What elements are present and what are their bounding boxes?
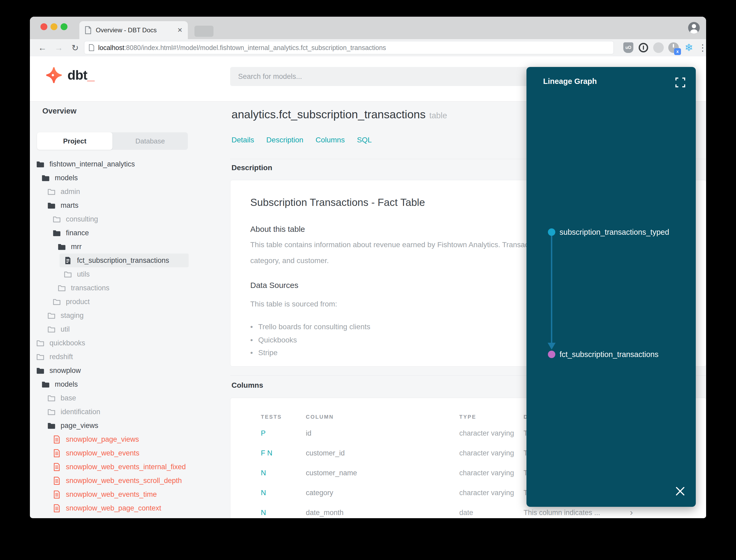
tab-close-icon[interactable]: ✕: [177, 26, 183, 34]
lineage-node-source[interactable]: [548, 228, 555, 236]
tree-label: page_views: [61, 422, 98, 430]
doc-sources-intro: This table is sourced from:: [250, 300, 337, 308]
tree-label: product: [66, 298, 90, 306]
new-tab-button[interactable]: [195, 26, 214, 37]
lineage-graph-panel: Lineage Graph subscription_transactions_…: [526, 67, 696, 507]
sidebar-item-snowplow_web_events_time[interactable]: snowplow_web_events_time: [30, 487, 226, 501]
lineage-node-label: subscription_transactions_typed: [559, 228, 669, 237]
sidebar-item-mrr[interactable]: mrr: [30, 240, 226, 254]
ublock-extension-icon[interactable]: uO: [622, 41, 635, 54]
sidebar-item-admin[interactable]: admin: [30, 185, 226, 198]
folder-icon: [64, 270, 72, 279]
folder-icon: [36, 353, 45, 361]
folder-icon: [36, 339, 45, 347]
sidebar-item-redshift[interactable]: redshift: [30, 350, 226, 364]
sidebar-item-snowplow-models[interactable]: models: [30, 377, 226, 391]
tree-label: staging: [61, 311, 84, 320]
column-cell: date_month: [306, 509, 344, 517]
sidebar-item-product[interactable]: product: [30, 295, 226, 309]
sidebar-item-models[interactable]: models: [30, 171, 226, 185]
sidebar-item-snowplow_web_events_scroll_depth[interactable]: snowplow_web_events_scroll_depth: [30, 474, 226, 487]
sidebar-item-snowplow[interactable]: snowplow: [30, 364, 226, 377]
tab-sql[interactable]: SQL: [357, 136, 372, 144]
tree-label: redshift: [49, 353, 73, 361]
folder-open-icon: [47, 421, 56, 430]
traffic-light-zoom[interactable]: [61, 23, 67, 30]
columns-section-label: Columns: [232, 381, 263, 390]
power-extension-icon[interactable]: x: [667, 41, 680, 54]
browser-tab[interactable]: Overview - DBT Docs ✕: [79, 21, 188, 39]
sidebar-item-staging[interactable]: staging: [30, 309, 226, 322]
dbt-logo[interactable]: dbt_: [46, 67, 95, 83]
doc-sources-heading: Data Sources: [250, 281, 299, 290]
description-section-label: Description: [232, 164, 272, 172]
source-list-item: Trello boards for consulting clients: [258, 323, 370, 331]
profile-avatar[interactable]: [688, 22, 700, 34]
tree-label: transactions: [71, 284, 110, 292]
reload-button[interactable]: ↻: [69, 39, 82, 56]
sidebar-item-identification[interactable]: identification: [30, 405, 226, 419]
back-button[interactable]: ←: [36, 39, 49, 56]
file-icon: [64, 256, 72, 265]
folder-icon: [47, 187, 56, 196]
forward-button[interactable]: →: [52, 39, 65, 56]
sidebar-item-base[interactable]: base: [30, 391, 226, 405]
sidebar-item-quickbooks[interactable]: quickbooks: [30, 336, 226, 350]
tab-database[interactable]: Database: [112, 132, 188, 150]
sidebar-item-fct_subscription_transactions[interactable]: fct_subscription_transactions: [60, 254, 189, 267]
folder-open-icon: [47, 201, 56, 210]
col-header-column: COLUMN: [306, 414, 334, 420]
tab-description[interactable]: Description: [267, 136, 304, 144]
browser-menu-icon[interactable]: ⋮: [696, 41, 706, 54]
sidebar-item-page_views[interactable]: page_views: [30, 419, 226, 432]
sidebar-item-marts[interactable]: marts: [30, 198, 226, 212]
folder-icon: [47, 394, 56, 403]
sidebar-item-snowplow_page_views[interactable]: snowplow_page_views: [30, 432, 226, 446]
dbt-logo-icon: [46, 67, 63, 83]
folder-open-icon: [36, 160, 45, 169]
source-list-item: Stripe: [258, 349, 278, 357]
sidebar-item-util[interactable]: util: [30, 322, 226, 336]
tree-label: snowplow_web_events_internal_fixed: [66, 463, 186, 471]
disabled-extension-icon[interactable]: [652, 41, 665, 54]
address-bar[interactable]: localhost:8080/index.html#!/model/model.…: [84, 41, 614, 54]
snowflake-extension-icon[interactable]: ❄: [683, 41, 695, 54]
sidebar-item-consulting[interactable]: consulting: [30, 212, 226, 226]
sidebar-item-snowplow_web_page_context[interactable]: snowplow_web_page_context: [30, 501, 226, 515]
sidebar-item-transactions[interactable]: transactions: [30, 281, 226, 295]
sidebar-item-utils[interactable]: utils: [30, 267, 226, 281]
close-icon[interactable]: [675, 486, 685, 496]
sidebar-item-finance[interactable]: finance: [30, 226, 226, 240]
traffic-light-close[interactable]: [40, 23, 47, 30]
lineage-node-current[interactable]: [548, 351, 555, 358]
col-header-tests: TESTS: [261, 414, 282, 420]
password-manager-extension-icon[interactable]: [637, 41, 650, 54]
tree-label: util: [61, 325, 70, 333]
tree-label: snowplow_page_views: [66, 435, 139, 444]
lineage-graph[interactable]: [526, 67, 696, 507]
page-title: analytics.fct_subscription_transactionst…: [232, 108, 447, 121]
type-cell: character varying: [459, 449, 514, 457]
tab-project[interactable]: Project: [37, 132, 112, 150]
chevron-right-icon[interactable]: ›: [630, 507, 633, 517]
tests-cell: P: [261, 429, 266, 437]
folder-icon: [52, 215, 61, 224]
tab-details[interactable]: Details: [232, 136, 254, 144]
sidebar-item-snowplow_web_events[interactable]: snowplow_web_events: [30, 446, 226, 460]
folder-open-icon: [52, 229, 61, 237]
traffic-light-minimize[interactable]: [51, 23, 57, 30]
tree-label: models: [55, 174, 78, 182]
sidebar-item-fishtown_internal_analytics[interactable]: fishtown_internal_analytics: [30, 157, 226, 171]
doc-title: Subscription Transactions - Fact Table: [250, 197, 425, 208]
source-list-item: Quickbooks: [258, 336, 297, 344]
tree-label: quickbooks: [49, 339, 85, 347]
url-path: :8080/index.html#!/model/model.fishtown_…: [124, 44, 386, 52]
browser-window: Overview - DBT Docs ✕ ← → ↻ localhost:80…: [30, 17, 706, 518]
source-toggle: Project Database: [37, 132, 188, 150]
sidebar-item-snowplow_web_events_internal_fixed[interactable]: snowplow_web_events_internal_fixed: [30, 460, 226, 474]
col-header-type: TYPE: [459, 414, 476, 420]
tree-label: utils: [77, 270, 90, 278]
sidebar-overview-heading: Overview: [42, 107, 76, 115]
tree-label: fct_subscription_transactions: [77, 256, 169, 265]
tab-columns[interactable]: Columns: [316, 136, 345, 144]
